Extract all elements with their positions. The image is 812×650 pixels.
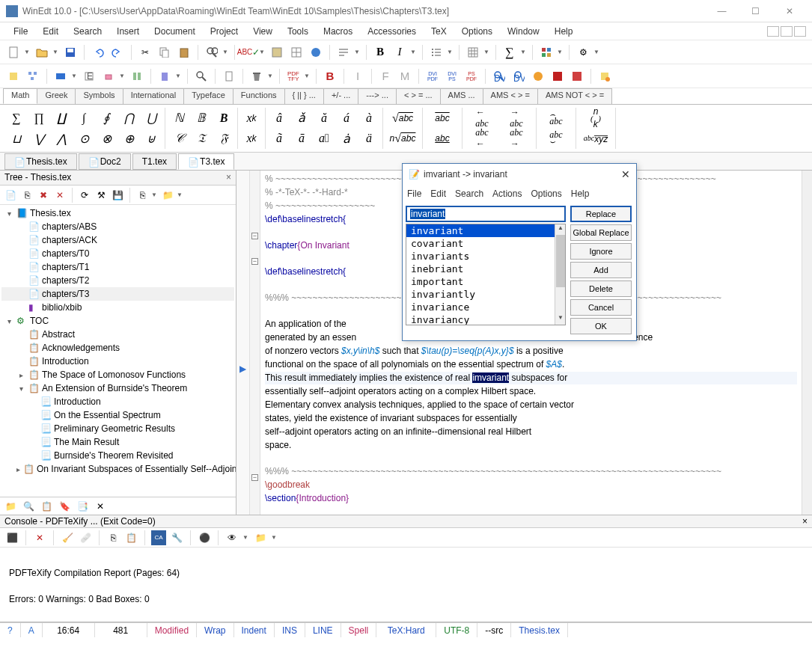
status-indent[interactable]: Indent	[234, 623, 275, 637]
dropdown-icon[interactable]: ▼	[304, 73, 311, 79]
acute-icon[interactable]: á	[336, 108, 357, 128]
wrap-button[interactable]	[335, 43, 352, 61]
undo-button[interactable]	[89, 43, 107, 61]
dvi-view-button[interactable]: DVI	[510, 67, 528, 85]
dlg-menu-file[interactable]: File	[407, 188, 421, 199]
grave-icon[interactable]: à	[358, 108, 379, 128]
mathtab-rel[interactable]: < > = ...	[396, 88, 441, 104]
status-wrap[interactable]: Wrap	[197, 623, 233, 637]
doctab-thesis[interactable]: 📄Thesis.tex	[4, 153, 77, 170]
ps-pdf-button[interactable]: PSPDF	[463, 67, 480, 85]
status-spell[interactable]: Spell	[341, 623, 377, 637]
bookmark-button[interactable]	[156, 67, 174, 85]
console-dot-icon[interactable]: ⚫	[197, 530, 212, 545]
tree-item[interactable]: biblio/xbib	[42, 302, 82, 313]
status-line[interactable]: LINE	[305, 623, 341, 637]
binom-icon[interactable]: (nk)	[579, 108, 612, 128]
web-button[interactable]	[307, 43, 325, 61]
tree-del-icon[interactable]: ✖	[36, 188, 51, 203]
expand-icon[interactable]: ▸	[16, 371, 25, 379]
cancel-button[interactable]: Cancel	[570, 299, 632, 316]
expand-icon[interactable]: ▸	[16, 465, 20, 473]
save-button[interactable]	[61, 43, 79, 61]
sqcup-icon[interactable]: ⊔	[6, 129, 27, 148]
tree-tab-icon[interactable]: 📋	[39, 499, 54, 514]
dialog-titlebar[interactable]: 📝 imvariant -> invariant ✕	[403, 164, 636, 185]
tree-item[interactable]: On Invariant Subspaces of Essentially Se…	[37, 464, 236, 474]
prod-icon[interactable]: ∏	[28, 108, 49, 128]
f-button[interactable]: F	[376, 67, 394, 85]
underleftarrow-icon[interactable]: abc←	[465, 129, 498, 148]
menu-search[interactable]: Search	[66, 25, 109, 38]
spellcheck-button[interactable]: ABC✓	[239, 43, 257, 61]
dlg-menu-search[interactable]: Search	[455, 188, 483, 199]
bbN-icon[interactable]: ℕ	[168, 108, 189, 128]
editor-scrollbar[interactable]	[802, 171, 812, 515]
tree-undo-icon[interactable]: ✕	[52, 188, 67, 203]
dropdown-icon[interactable]: ▼	[24, 49, 31, 55]
menu-edit[interactable]: Edit	[35, 25, 66, 38]
mathtab-ams3[interactable]: AMS NOT < > =	[537, 88, 612, 104]
ddot-icon[interactable]: ä	[358, 129, 379, 148]
menu-help[interactable]: Help	[547, 25, 581, 38]
suggestion-item[interactable]: invariant	[406, 224, 565, 237]
tree-button[interactable]	[24, 67, 42, 85]
tree-refresh-icon[interactable]: ⟳	[77, 188, 92, 203]
tree-new-icon[interactable]: 📄	[3, 188, 18, 203]
breve-icon[interactable]: ă	[314, 108, 335, 128]
tree-item[interactable]: chapters/T2	[42, 275, 89, 286]
tree-tab-icon[interactable]: 📑	[75, 499, 90, 514]
redo-button[interactable]	[109, 43, 126, 61]
bold-button[interactable]: B	[371, 43, 389, 61]
dropdown-icon[interactable]: ▼	[52, 49, 60, 55]
gs-button[interactable]	[529, 67, 547, 85]
maximize-button[interactable]: ☐	[739, 1, 772, 22]
open-button[interactable]	[33, 43, 51, 61]
close-icon[interactable]: ✕	[621, 168, 630, 180]
mathtab-ams[interactable]: AMS ...	[440, 88, 483, 104]
sumatra-button[interactable]	[568, 67, 586, 85]
status-ins[interactable]: INS	[275, 623, 305, 637]
bigotimes-icon[interactable]: ⊗	[96, 129, 117, 148]
ok-button[interactable]: OK	[570, 318, 632, 334]
dropdown-icon[interactable]: ▼	[119, 73, 126, 79]
env-button[interactable]: E	[80, 67, 98, 85]
dropdown-icon[interactable]: ▼	[410, 49, 418, 55]
suggestion-item[interactable]: covariant	[406, 237, 565, 250]
dropdown-icon[interactable]: ▼	[267, 73, 275, 79]
biguplus-icon[interactable]: ⊎	[141, 129, 162, 148]
tree-item[interactable]: An Extension of Burnside's Theorem	[42, 383, 187, 393]
doctab-t3[interactable]: 📄T3.tex	[178, 153, 234, 170]
status-a[interactable]: A	[21, 623, 43, 637]
tree-folder-icon[interactable]: 📁	[160, 188, 175, 203]
expand-icon[interactable]: ▾	[16, 384, 25, 393]
inter-panel-gutter[interactable]: ▶	[236, 171, 250, 515]
table-button[interactable]	[287, 43, 305, 61]
console-wrench-icon[interactable]: 🔧	[169, 530, 184, 545]
tree-copy-icon[interactable]: ⎘	[135, 188, 150, 203]
fold-minus-icon[interactable]: −	[251, 474, 258, 481]
bfB-icon[interactable]: B	[213, 108, 234, 128]
bigcup-icon[interactable]: ⋃	[141, 108, 162, 128]
add-button[interactable]: Add	[570, 262, 632, 278]
set-main-button[interactable]	[4, 67, 22, 85]
ignore-button[interactable]: Ignore	[570, 243, 632, 260]
tree-build-icon[interactable]: ⚒	[94, 188, 109, 203]
bigcap-icon[interactable]: ⋂	[118, 108, 139, 128]
tree-item[interactable]: chapters/T0	[42, 248, 89, 259]
mdi-min-icon[interactable]	[767, 26, 779, 37]
mdi-restore-icon[interactable]	[781, 26, 793, 37]
fold-minus-icon[interactable]: −	[251, 258, 258, 265]
tree-tab-icon[interactable]: 🔖	[57, 499, 72, 514]
list-scrollbar[interactable]: ▲ ▼	[555, 224, 565, 325]
suggestion-list[interactable]: invariant covariant invariants inebriant…	[406, 224, 566, 325]
console-close-icon[interactable]: ✕	[32, 530, 47, 545]
i-button[interactable]: I	[349, 67, 367, 85]
dropdown-icon[interactable]: ▼	[483, 49, 491, 55]
status-texmode[interactable]: TeX:Hard	[376, 623, 436, 637]
preview-button[interactable]	[192, 67, 210, 85]
tree[interactable]: ▾📘Thesis.tex 📄chapters/ABS 📄chapters/ACK…	[0, 205, 236, 497]
console-eraser-icon[interactable]: 🧹	[60, 530, 75, 545]
tree-item[interactable]: On the Essential Spectrum	[54, 410, 161, 420]
tree-item[interactable]: Acknowledgements	[42, 343, 120, 353]
